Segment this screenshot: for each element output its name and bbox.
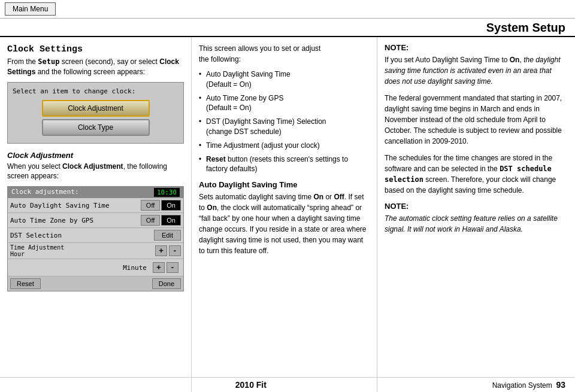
time-adj-hour-row: Time Adjustment Hour + - — [8, 243, 183, 259]
auto-dst-label: Auto Daylight Saving Time — [10, 202, 141, 209]
auto-timezone-off-btn[interactable]: Off — [141, 215, 160, 226]
content-area: Clock Settings From the Setup screen (se… — [0, 37, 575, 392]
left-column: Clock Settings From the Setup screen (se… — [0, 37, 192, 392]
minute-plus-btn[interactable]: + — [153, 262, 165, 273]
dst-selection-row: DST Selection Edit — [8, 228, 183, 243]
note1-body: If you set Auto Daylight Saving Time to … — [385, 54, 568, 87]
page-footer: 2010 Fit Navigation System 93 — [0, 377, 575, 392]
clock-select-label: Select an item to change clock: — [13, 87, 178, 95]
minute-controls: + - — [150, 261, 181, 274]
clock-type-button[interactable]: Clock Type — [42, 119, 150, 136]
dst-selection-label: DST Selection — [10, 232, 154, 239]
time-adj-hour-label: Hour — [10, 251, 150, 257]
mid-intro-text: This screen allows you to set or adjust … — [199, 43, 370, 65]
auto-timezone-on-btn[interactable]: On — [161, 215, 181, 226]
clock-adjustment-heading: Clock Adjustment — [7, 151, 184, 160]
main-menu-button[interactable]: Main Menu — [5, 2, 56, 16]
clock-adj-footer: Reset Done — [8, 276, 183, 291]
note2-title: NOTE: — [385, 202, 568, 211]
note2-body: The automatic clock setting feature reli… — [385, 213, 568, 235]
middle-column: This screen allows you to set or adjust … — [192, 37, 377, 392]
clock-adjustment-button[interactable]: Clock Adjustment — [42, 100, 150, 117]
auto-dst-description: Sets automatic daylight saving time On o… — [199, 192, 370, 256]
auto-timezone-toggle: Off On — [141, 215, 181, 226]
time-adj-minute-label: Minute — [10, 264, 150, 272]
footer-right: Navigation System 93 — [492, 380, 565, 390]
clock-settings-heading: Clock Settings — [7, 43, 184, 54]
footer-center: 2010 Fit — [235, 380, 267, 390]
list-item: Auto Time Zone by GPS(Default = On) — [199, 93, 370, 114]
minute-minus-btn[interactable]: - — [167, 262, 178, 273]
auto-dst-toggle: Off On — [141, 200, 181, 211]
top-nav: Main Menu — [0, 0, 575, 19]
hour-plus-btn[interactable]: + — [155, 245, 167, 256]
clock-adj-label: Clock adjustment: — [11, 188, 79, 197]
auto-dst-on-btn[interactable]: On — [161, 200, 181, 211]
time-adj-label-col: Time Adjustment Hour — [8, 243, 153, 259]
dst-edit-button[interactable]: Edit — [154, 230, 181, 241]
auto-dst-row: Auto Daylight Saving Time Off On — [8, 198, 183, 213]
done-button[interactable]: Done — [152, 278, 181, 289]
list-item: DST (Daylight Saving Time) Selection(cha… — [199, 117, 370, 137]
list-item: Auto Daylight Saving Time(Default = On) — [199, 69, 370, 90]
note1-title: NOTE: — [385, 43, 568, 52]
right-column: NOTE: If you set Auto Daylight Saving Ti… — [377, 37, 575, 392]
time-adj-main-label: Time Adjustment — [10, 244, 150, 251]
auto-timezone-row: Auto Time Zone by GPS Off On — [8, 213, 183, 228]
para1-text: The federal government mandated that sta… — [385, 93, 568, 147]
page-header: System Setup — [0, 19, 575, 37]
page-title: System Setup — [486, 21, 565, 34]
hour-minus-btn[interactable]: - — [169, 245, 181, 256]
list-item: Time Adjustment (adjust your clock) — [199, 141, 370, 151]
list-item: Reset button (resets this screen's setti… — [199, 154, 370, 175]
auto-dst-off-btn[interactable]: Off — [141, 200, 160, 211]
clock-adjustment-intro: When you select Clock Adjustment, the fo… — [7, 162, 184, 182]
para2-text: The schedules for the time changes are s… — [385, 153, 568, 196]
auto-timezone-label: Auto Time Zone by GPS — [10, 217, 141, 224]
clock-adj-time: 10:30 — [154, 188, 180, 197]
clock-settings-intro-text: From the Setup screen (second), say or s… — [7, 57, 184, 77]
hour-controls: + - — [153, 244, 183, 257]
time-adj-minute-row: Minute + - — [8, 259, 183, 276]
page-number: 93 — [556, 380, 565, 390]
clock-select-box: Select an item to change clock: Clock Ad… — [7, 82, 184, 144]
reset-button[interactable]: Reset — [10, 278, 41, 289]
auto-dst-section-title: Auto Daylight Saving Time — [199, 180, 370, 189]
clock-adj-header: Clock adjustment: 10:30 — [8, 187, 183, 198]
clock-adjustment-box: Clock adjustment: 10:30 Auto Daylight Sa… — [7, 186, 184, 291]
feature-list: Auto Daylight Saving Time(Default = On) … — [199, 69, 370, 174]
